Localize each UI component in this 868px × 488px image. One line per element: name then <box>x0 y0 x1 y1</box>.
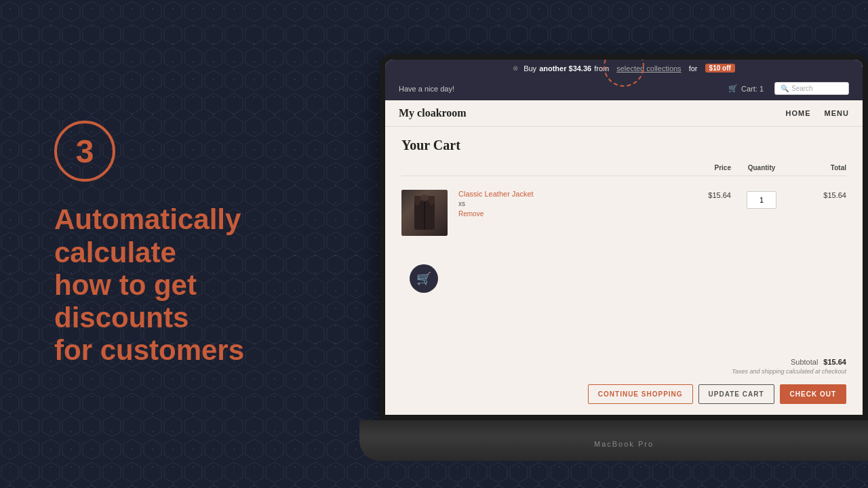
item-image <box>401 190 448 236</box>
store-greeting: Have a nice day! <box>399 85 454 93</box>
laptop-brand: MacBook Pro <box>594 440 654 448</box>
announcement-text-after: for <box>689 64 698 73</box>
item-variant: xs <box>458 200 677 207</box>
cart-float-button[interactable]: 🛒 <box>410 264 438 293</box>
jacket-image <box>401 190 448 236</box>
item-price: $15.64 <box>677 190 731 199</box>
announcement-text-middle: from <box>594 64 609 73</box>
browser-content: ⊗ Buy another $34.36 from selected colle… <box>385 60 863 415</box>
laptop-screen-inner: ⊗ Buy another $34.36 from selected colle… <box>385 60 863 415</box>
cart-footer: Subtotal $15.64 Taxes and shipping calcu… <box>385 351 863 415</box>
item-qty <box>731 190 792 209</box>
checkout-button[interactable]: CHECK OUT <box>780 384 846 404</box>
store-logo[interactable]: My cloakroom <box>399 107 467 119</box>
cart-content: Your Cart Price Quantity Total <box>385 127 863 351</box>
laptop-base: MacBook Pro <box>359 420 868 461</box>
col-header-total: Total <box>792 164 846 171</box>
subtotal-label: Subtotal <box>791 358 818 366</box>
cart-table-header: Price Quantity Total <box>401 164 846 176</box>
svg-point-6 <box>420 195 429 201</box>
subtotal-row: Subtotal $15.64 <box>401 358 846 366</box>
search-placeholder: Search <box>791 85 813 92</box>
col-header-quantity: Quantity <box>731 164 792 171</box>
item-name[interactable]: Classic Leather Jacket <box>458 190 677 198</box>
headline-line1: Automatically calculate <box>54 203 241 268</box>
store-cart-area: 🛒 Cart: 1 🔍 Search <box>728 82 849 95</box>
search-icon: 🔍 <box>781 85 789 92</box>
cart-icon-wrap[interactable]: 🛒 Cart: 1 <box>728 84 764 93</box>
step-circle: 3 <box>54 121 115 182</box>
headline-line3: for customers <box>54 334 244 366</box>
cart-count: Cart: 1 <box>741 85 764 93</box>
col-header-price: Price <box>677 164 731 171</box>
nav-home[interactable]: HOME <box>786 109 811 117</box>
item-remove[interactable]: Remove <box>458 210 677 218</box>
qty-input[interactable] <box>747 191 776 209</box>
nav-links: HOME MENU <box>786 109 849 117</box>
announcement-amount: another $34.36 <box>539 64 591 73</box>
item-total: $15.64 <box>792 190 846 199</box>
search-box[interactable]: 🔍 Search <box>774 82 849 95</box>
cart-float-icon: 🛒 <box>416 271 431 286</box>
announcement-text-before: Buy <box>524 64 536 73</box>
subtotal-value: $15.64 <box>823 358 846 366</box>
nav-menu[interactable]: MENU <box>825 109 849 117</box>
step-number: 3 <box>76 133 94 170</box>
continue-shopping-button[interactable]: CONTINUE SHOPPING <box>588 384 693 404</box>
tax-note: Taxes and shipping calculated at checkou… <box>401 368 846 375</box>
cart-icon: 🛒 <box>728 84 738 93</box>
cart-title: Your Cart <box>401 138 846 153</box>
headline-line2: how to get discounts <box>54 269 197 333</box>
store-nav: My cloakroom HOME MENU <box>385 100 863 127</box>
left-panel: 3 Automatically calculate how to get dis… <box>0 0 353 488</box>
cart-actions: CONTINUE SHOPPING UPDATE CART CHECK OUT <box>401 384 846 404</box>
laptop-container: ⊗ Buy another $34.36 from selected colle… <box>359 54 868 474</box>
close-icon[interactable]: ⊗ <box>513 64 518 72</box>
announcement-link[interactable]: selected collections <box>616 64 681 73</box>
update-cart-button[interactable]: UPDATE CART <box>698 384 774 404</box>
item-details: Classic Leather Jacket xs Remove <box>458 190 677 218</box>
cart-item: Classic Leather Jacket xs Remove $15.64 … <box>401 183 846 243</box>
headline: Automatically calculate how to get disco… <box>54 203 312 367</box>
announcement-bar: ⊗ Buy another $34.36 from selected colle… <box>385 60 863 77</box>
laptop-screen: ⊗ Buy another $34.36 from selected colle… <box>380 54 868 420</box>
store-header: Have a nice day! 🛒 Cart: 1 🔍 Search <box>385 77 863 100</box>
discount-badge: $10 off <box>705 64 735 73</box>
